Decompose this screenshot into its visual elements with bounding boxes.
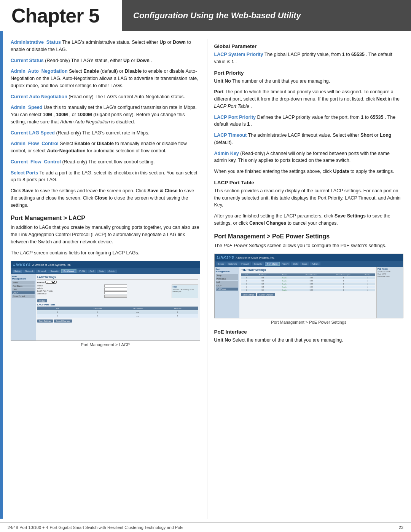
para-save-instructions: Click Save to save the settings and leav… — [11, 187, 200, 209]
para-unit-no2: Unit No Select the number of the unit th… — [214, 337, 404, 344]
chapter-block: Chapter 5 — [0, 0, 122, 31]
content-wrapper: Administrative Status The LAG's administ… — [0, 31, 411, 519]
para-admin-speed: Admin Speed Use this to manually set the… — [11, 104, 200, 125]
label-select-ports: Select Ports — [11, 170, 38, 176]
right-column: Global Parameter LACP System Priority Th… — [207, 39, 411, 519]
label-admin-key: Admin Key — [214, 151, 239, 156]
para-update-instruction: When you are finished entering the setti… — [214, 168, 404, 175]
para-admin-auto-neg: Admin Auto Negotiation Select Enable (de… — [11, 68, 200, 89]
section-title: Configuration Using the Web-based Utilit… — [133, 11, 301, 21]
label-port: Port — [214, 89, 224, 94]
heading-global-parameter: Global Parameter — [214, 43, 404, 49]
para-poe-intro: The PoE Power Settings screen allows you… — [214, 242, 404, 249]
para-current-lag-speed: Current LAG Speed (Read-only) The LAG's … — [11, 129, 200, 137]
para-current-status: Current Status (Read-only) The LAG's sta… — [11, 57, 200, 64]
footer-left: 24/48-Port 10/100 + 4-Port Gigabit Smart… — [8, 525, 183, 530]
left-column: Administrative Status The LAG's administ… — [3, 39, 207, 519]
para-lacp-port-priority: LACP Port Priority Defines the LACP prio… — [214, 114, 404, 128]
label-lacp-port-priority: LACP Port Priority — [214, 115, 256, 120]
main-content: Administrative Status The LAG's administ… — [3, 31, 411, 519]
label-unit-no2: Unit No — [214, 337, 231, 343]
page-footer: 24/48-Port 10/100 + 4-Port Gigabit Smart… — [0, 522, 411, 532]
label-admin-auto-neg: Admin Auto Negotiation — [11, 69, 68, 74]
label-current-auto-neg: Current Auto Negotiation — [11, 94, 67, 99]
label-lacp-system-priority: LACP System Priority — [214, 52, 263, 57]
screenshot2-caption: Port Management > PoE Power Settings — [214, 320, 404, 324]
label-current-status: Current Status — [11, 58, 44, 63]
heading-poe-interface: PoE Interface — [214, 329, 404, 335]
heading-lacp-port-table: LACP Port Table — [214, 180, 404, 185]
para-unit-no: Unit No The number of the unit that you … — [214, 78, 404, 85]
label-current-flow-control: Current Flow Control — [11, 159, 61, 165]
para-lacp-timeout: LACP Timeout The administrative LACP tim… — [214, 132, 404, 146]
para-admin-flow-control: Admin Flow Control Select Enable or Disa… — [11, 140, 200, 155]
label-admin-status: Administrative Status — [11, 40, 61, 45]
screenshot-poe: LINKSYS A Division of Cisco Systems, Inc… — [214, 254, 404, 318]
label-lacp-timeout: LACP Timeout — [214, 133, 247, 138]
screenshot-lacp: LINKSYS A Division of Cisco Systems, Inc… — [11, 261, 200, 341]
chapter-title: Chapter 5 — [11, 4, 99, 27]
heading-port-priority: Port Priority — [214, 70, 404, 76]
para-lacp-intro1: In addition to LAGs that you create by m… — [11, 224, 200, 245]
label-unit-no: Unit No — [214, 78, 231, 84]
para-current-flow-control: Current Flow Control (Read-only) The cur… — [11, 158, 200, 166]
para-port: Port The port to which the timeout and p… — [214, 88, 404, 110]
label-admin-speed: Admin Speed — [11, 105, 42, 110]
para-select-ports: Select Ports To add a port to the LAG, s… — [11, 169, 200, 184]
label-current-lag-speed: Current LAG Speed — [11, 130, 55, 136]
para-lacp-intro2: The LACP screen contains fields for conf… — [11, 249, 200, 257]
page-header: Chapter 5 Configuration Using the Web-ba… — [0, 0, 411, 31]
footer-right: 23 — [399, 525, 403, 530]
screenshot1-caption: Port Management > LACP — [11, 342, 200, 347]
para-current-auto-neg: Current Auto Negotiation (Read-only) The… — [11, 93, 200, 101]
para-admin-key: Admin Key (Read-only) A channel will onl… — [214, 150, 404, 165]
blue-accent-bar — [0, 31, 3, 519]
section-heading-lacp: Port Management > LACP — [11, 215, 200, 222]
para-admin-status: Administrative Status The LAG's administ… — [11, 39, 200, 53]
para-lacp-port-table-body: This section provides a read-only displa… — [214, 187, 404, 209]
para-lacp-system-priority: LACP System Priority The global LACP pri… — [214, 51, 404, 66]
section-title-block: Configuration Using the Web-based Utilit… — [122, 0, 411, 31]
label-admin-flow-control: Admin Flow Control — [11, 141, 59, 146]
para-lacp-after: After you are finished setting the LACP … — [214, 212, 404, 227]
section-heading-poe: Port Management > PoE Power Settings — [214, 233, 404, 240]
